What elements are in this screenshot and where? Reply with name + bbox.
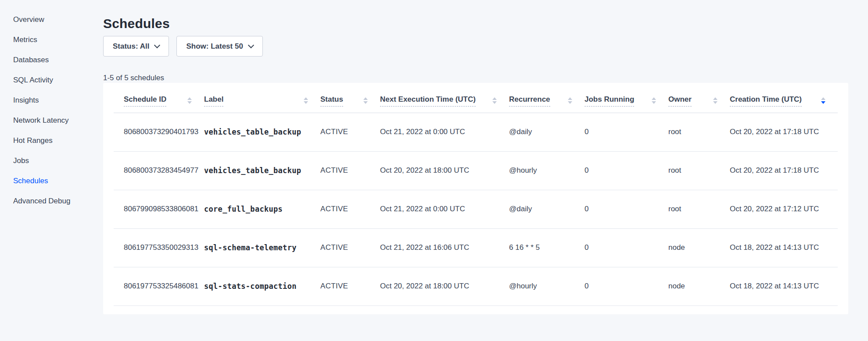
table-row: 806197753350029313 sql-schema-telemetry … (114, 228, 838, 267)
column-header-recurrence[interactable]: Recurrence (509, 83, 585, 113)
column-header-schedule-id[interactable]: Schedule ID (114, 83, 204, 113)
column-header-owner[interactable]: Owner (668, 83, 730, 113)
owner-cell: root (668, 151, 730, 190)
sidebar-item-databases[interactable]: Databases (0, 50, 103, 70)
sidebar-item-overview[interactable]: Overview (0, 10, 103, 30)
sidebar-item-insights[interactable]: Insights (0, 90, 103, 110)
table-row: 806800373290401793 vehicles_table_backup… (114, 113, 838, 151)
jobs-running-cell: 0 (585, 267, 668, 305)
sidebar-item-hot-ranges[interactable]: Hot Ranges (0, 131, 103, 151)
sidebar: Overview Metrics Databases SQL Activity … (0, 0, 103, 341)
sidebar-item-sql-activity[interactable]: SQL Activity (0, 70, 103, 90)
main-content: Schedules Status: All Show: Latest 50 1-… (103, 0, 848, 314)
chevron-down-icon (154, 42, 160, 48)
sidebar-item-network-latency[interactable]: Network Latency (0, 110, 103, 131)
recurrence-cell: @daily (509, 113, 585, 151)
status-cell: ACTIVE (320, 190, 380, 228)
column-header-creation-time[interactable]: Creation Time (UTC) (730, 83, 838, 113)
next-execution-cell: Oct 21, 2022 at 0:00 UTC (380, 113, 509, 151)
jobs-running-cell: 0 (585, 228, 668, 267)
table-row: 806800373283454977 vehicles_table_backup… (114, 151, 838, 190)
column-header-label[interactable]: Label (204, 83, 320, 113)
sort-icon[interactable] (652, 97, 656, 104)
schedule-label-cell: vehicles_table_backup (204, 151, 320, 190)
schedule-id-cell: 806197753325486081 (114, 267, 204, 305)
show-filter-dropdown[interactable]: Show: Latest 50 (176, 36, 262, 57)
creation-time-cell: Oct 18, 2022 at 14:13 UTC (730, 267, 838, 305)
status-filter-label: Status: All (113, 42, 149, 51)
table-header-row: Schedule ID Label Status Next Execution … (114, 83, 838, 113)
column-header-status[interactable]: Status (320, 83, 380, 113)
column-header-next-execution-time[interactable]: Next Execution Time (UTC) (380, 83, 509, 113)
sidebar-item-schedules[interactable]: Schedules (0, 171, 103, 191)
schedules-table: Schedule ID Label Status Next Execution … (114, 83, 838, 306)
schedule-label-cell: core_full_backups (204, 190, 320, 228)
schedule-id-cell: 806197753350029313 (114, 228, 204, 267)
owner-cell: root (668, 113, 730, 151)
sort-icon[interactable] (363, 97, 368, 104)
results-summary: 1-5 of 5 schedules (103, 74, 848, 82)
recurrence-cell: 6 16 * * 5 (509, 228, 585, 267)
sort-icon[interactable] (713, 97, 717, 104)
owner-cell: node (668, 267, 730, 305)
creation-time-cell: Oct 18, 2022 at 14:13 UTC (730, 228, 838, 267)
recurrence-cell: @hourly (509, 151, 585, 190)
schedule-id-cell: 806800373290401793 (114, 113, 204, 151)
jobs-running-cell: 0 (585, 113, 668, 151)
sidebar-item-jobs[interactable]: Jobs (0, 151, 103, 171)
schedules-table-card: Schedule ID Label Status Next Execution … (103, 83, 848, 314)
page-title: Schedules (103, 16, 848, 32)
jobs-running-cell: 0 (585, 151, 668, 190)
sort-icon[interactable] (568, 97, 572, 104)
owner-cell: root (668, 190, 730, 228)
creation-time-cell: Oct 20, 2022 at 17:18 UTC (730, 113, 838, 151)
status-cell: ACTIVE (320, 151, 380, 190)
sort-icon[interactable] (187, 97, 192, 104)
status-cell: ACTIVE (320, 113, 380, 151)
table-row: 806799098533806081 core_full_backups ACT… (114, 190, 838, 228)
creation-time-cell: Oct 20, 2022 at 17:18 UTC (730, 151, 838, 190)
jobs-running-cell: 0 (585, 190, 668, 228)
creation-time-cell: Oct 20, 2022 at 17:12 UTC (730, 190, 838, 228)
schedule-label-cell: sql-stats-compaction (204, 267, 320, 305)
schedule-id-cell: 806799098533806081 (114, 190, 204, 228)
recurrence-cell: @daily (509, 190, 585, 228)
sort-icon-descending-active[interactable] (821, 97, 825, 104)
next-execution-cell: Oct 21, 2022 at 0:00 UTC (380, 190, 509, 228)
sidebar-item-advanced-debug[interactable]: Advanced Debug (0, 191, 103, 211)
schedule-label-cell: sql-schema-telemetry (204, 228, 320, 267)
status-cell: ACTIVE (320, 228, 380, 267)
show-filter-label: Show: Latest 50 (186, 42, 243, 51)
chevron-down-icon (248, 42, 254, 48)
column-header-jobs-running[interactable]: Jobs Running (585, 83, 668, 113)
owner-cell: node (668, 228, 730, 267)
filters-bar: Status: All Show: Latest 50 (103, 36, 848, 57)
sort-icon[interactable] (492, 97, 497, 104)
recurrence-cell: @hourly (509, 267, 585, 305)
table-row: 806197753325486081 sql-stats-compaction … (114, 267, 838, 305)
next-execution-cell: Oct 20, 2022 at 18:00 UTC (380, 151, 509, 190)
sort-icon[interactable] (304, 97, 308, 104)
status-filter-dropdown[interactable]: Status: All (103, 36, 169, 57)
next-execution-cell: Oct 21, 2022 at 16:06 UTC (380, 228, 509, 267)
schedule-label-cell: vehicles_table_backup (204, 113, 320, 151)
schedule-id-cell: 806800373283454977 (114, 151, 204, 190)
sidebar-item-metrics[interactable]: Metrics (0, 30, 103, 50)
next-execution-cell: Oct 20, 2022 at 18:00 UTC (380, 267, 509, 305)
status-cell: ACTIVE (320, 267, 380, 305)
